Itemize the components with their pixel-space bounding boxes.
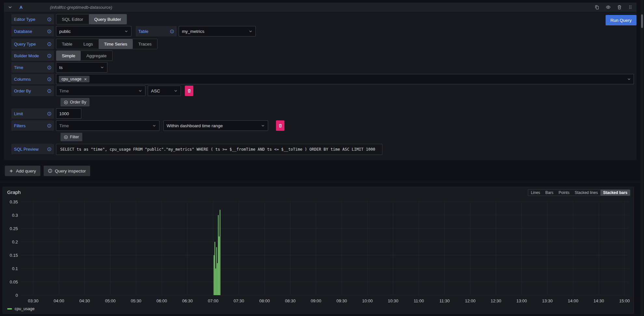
form-row-sql-preview: SQL Preview SELECT ts as "time", cpu_usa… xyxy=(11,144,634,155)
form-row-editor-type: Editor Type SQL Editor Query Builder xyxy=(11,14,634,24)
scrollbar-track[interactable] xyxy=(640,0,643,316)
table-label: Table xyxy=(136,26,177,36)
hide-query-eye-icon[interactable] xyxy=(606,5,611,10)
order-by-label: Order By xyxy=(11,86,54,96)
editor-type-label: Editor Type xyxy=(11,14,54,24)
sql-preview-text: SELECT ts as "time", cpu_usage FROM "pub… xyxy=(56,144,382,155)
graph-panel: Graph Lines Bars Points Stacked lines St… xyxy=(3,187,634,314)
query-type-option-logs[interactable]: Logs xyxy=(78,39,98,49)
info-icon[interactable] xyxy=(47,147,51,151)
info-icon[interactable] xyxy=(47,54,51,58)
chevron-down-icon xyxy=(124,29,128,33)
editor-type-option-query-builder[interactable]: Query Builder xyxy=(89,14,127,24)
info-icon[interactable] xyxy=(47,124,51,128)
plus-circle-icon xyxy=(64,100,68,104)
svg-text:06:00: 06:00 xyxy=(157,298,167,303)
info-icon[interactable] xyxy=(47,89,51,93)
remove-tag-close-icon[interactable] xyxy=(84,78,87,81)
chevron-down-icon xyxy=(152,124,156,128)
limit-input[interactable] xyxy=(56,108,81,119)
form-row-columns: Columns cpu_usage xyxy=(11,74,634,84)
query-footer: Add query Query inspector xyxy=(5,166,90,176)
time-label: Time xyxy=(11,62,54,73)
info-icon[interactable] xyxy=(47,65,51,70)
chevron-down-icon xyxy=(174,89,178,93)
builder-mode-label: Builder Mode xyxy=(11,50,54,61)
column-tag-cpu-usage: cpu_usage xyxy=(59,76,89,82)
builder-mode-toggle: Simple Aggregate xyxy=(56,50,113,61)
delete-query-trash-icon[interactable] xyxy=(617,5,622,10)
info-icon[interactable] xyxy=(47,77,51,81)
order-by-direction-select[interactable]: ASC xyxy=(148,86,181,96)
builder-mode-option-aggregate[interactable]: Aggregate xyxy=(81,51,112,61)
time-column-select[interactable]: ts xyxy=(56,62,107,73)
editor-type-option-sql-editor[interactable]: SQL Editor xyxy=(56,14,89,24)
trash-icon xyxy=(278,124,282,128)
add-filter-button[interactable]: Filter xyxy=(61,133,82,141)
mode-points[interactable]: Points xyxy=(556,190,572,196)
info-icon[interactable] xyxy=(47,112,51,116)
svg-text:03:30: 03:30 xyxy=(28,298,39,303)
svg-text:04:30: 04:30 xyxy=(79,298,90,303)
chart-legend: cpu_usage xyxy=(7,307,34,311)
duplicate-query-icon[interactable] xyxy=(595,5,599,10)
form-row-database: Database public Table my_metrics xyxy=(11,26,634,36)
svg-text:09:30: 09:30 xyxy=(336,298,347,303)
svg-text:11:30: 11:30 xyxy=(439,298,450,303)
run-query-button[interactable]: Run Query xyxy=(606,15,637,25)
info-icon[interactable] xyxy=(47,29,51,34)
query-header[interactable]: A (info8fcc-greptimedb-datasource) xyxy=(4,3,637,12)
drag-handle-icon[interactable] xyxy=(628,5,633,9)
limit-label: Limit xyxy=(11,108,54,119)
info-icon[interactable] xyxy=(170,29,174,34)
svg-text:0.3: 0.3 xyxy=(12,213,18,218)
scrollbar-thumb[interactable] xyxy=(641,14,643,28)
datasource-name: (info8fcc-greptimedb-datasource) xyxy=(50,5,112,10)
columns-multiselect[interactable]: cpu_usage xyxy=(56,74,634,84)
filter-field-select[interactable]: Time xyxy=(56,120,159,131)
collapse-chevron-icon[interactable] xyxy=(8,5,12,9)
svg-text:10:00: 10:00 xyxy=(362,298,373,303)
chevron-down-icon xyxy=(627,77,631,81)
query-inspector-button[interactable]: Query inspector xyxy=(44,166,90,176)
query-type-label: Query Type xyxy=(11,39,54,49)
form-row-limit: Limit xyxy=(11,108,634,119)
svg-text:13:00: 13:00 xyxy=(516,298,527,303)
mode-stacked-lines[interactable]: Stacked lines xyxy=(572,190,600,196)
editor-type-toggle: SQL Editor Query Builder xyxy=(56,14,127,24)
add-order-by-button[interactable]: Order By xyxy=(61,98,89,106)
builder-mode-option-simple[interactable]: Simple xyxy=(56,51,81,61)
form-row-order-by: Order By Time ASC xyxy=(11,86,634,96)
svg-text:0.15: 0.15 xyxy=(10,253,18,258)
remove-filter-button[interactable] xyxy=(276,120,284,131)
chevron-down-icon xyxy=(138,89,142,93)
table-select[interactable]: my_metrics xyxy=(179,26,256,36)
query-type-option-table[interactable]: Table xyxy=(56,39,78,49)
trash-icon xyxy=(187,89,191,93)
legend-series-label[interactable]: cpu_usage xyxy=(15,307,34,311)
svg-text:0.2: 0.2 xyxy=(12,240,18,244)
remove-order-by-button[interactable] xyxy=(185,86,193,96)
mode-stacked-bars[interactable]: Stacked bars xyxy=(600,190,630,196)
query-type-option-traces[interactable]: Traces xyxy=(133,39,157,49)
mode-bars[interactable]: Bars xyxy=(543,190,556,196)
svg-text:0: 0 xyxy=(16,293,18,298)
order-by-field-select[interactable]: Time xyxy=(56,86,145,96)
filter-condition-select[interactable]: Within dashboard time range xyxy=(163,120,268,131)
mode-lines[interactable]: Lines xyxy=(528,190,543,196)
svg-text:10:30: 10:30 xyxy=(388,298,399,303)
info-icon[interactable] xyxy=(47,17,51,21)
svg-text:14:30: 14:30 xyxy=(594,298,604,303)
info-icon[interactable] xyxy=(47,42,51,46)
chevron-down-icon xyxy=(249,29,253,33)
query-ref-id: A xyxy=(20,5,22,10)
add-query-button[interactable]: Add query xyxy=(5,166,40,176)
database-select[interactable]: public xyxy=(56,26,131,36)
form-row-add-filter: Filter xyxy=(61,133,634,141)
query-type-option-time-series[interactable]: Time Series xyxy=(99,39,133,49)
plus-icon xyxy=(9,169,13,173)
database-label: Database xyxy=(11,26,54,36)
sql-preview-label: SQL Preview xyxy=(11,144,54,154)
svg-text:08:00: 08:00 xyxy=(259,298,270,303)
query-editor-section: A (info8fcc-greptimedb-datasource) Run Q… xyxy=(4,3,637,160)
